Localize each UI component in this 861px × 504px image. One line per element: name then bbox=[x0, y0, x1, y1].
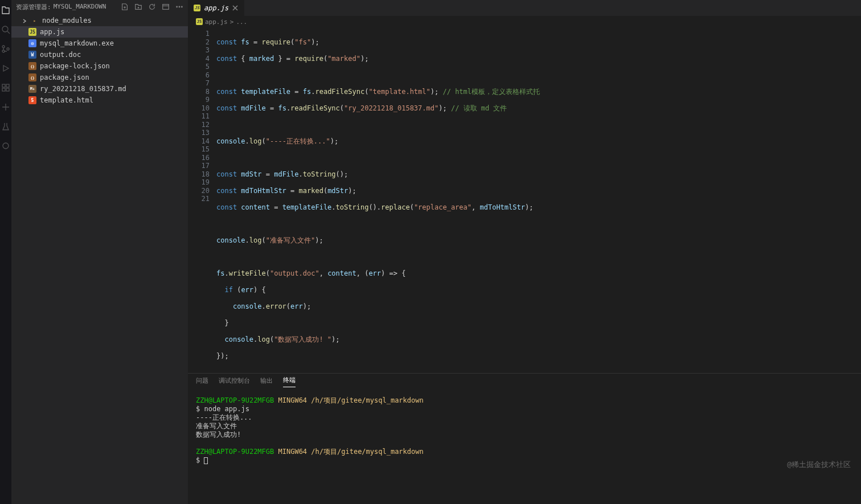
main: JS app.js JS app.js > ... 12345678910111… bbox=[188, 0, 861, 504]
source-control-icon[interactable] bbox=[1, 44, 10, 54]
misc-icon[interactable] bbox=[1, 141, 10, 150]
file-tree: ▸ node_modules JS app.js ⚙ mysql_markdow… bbox=[11, 14, 188, 504]
folder-icon: ▸ bbox=[31, 17, 39, 24]
file-label: app.js bbox=[40, 28, 64, 36]
file-label: node_modules bbox=[42, 17, 92, 24]
js-icon: JS bbox=[196, 18, 203, 25]
svg-rect-4 bbox=[2, 84, 5, 87]
new-folder-icon[interactable] bbox=[134, 3, 142, 11]
panel-tab-debug[interactable]: 调试控制台 bbox=[219, 376, 250, 387]
watermark: @稀土掘金技术社区 bbox=[787, 460, 851, 470]
file-label: package.json bbox=[40, 73, 89, 81]
file-label: template.html bbox=[40, 96, 93, 104]
file-package-lock-json[interactable]: {} package-lock.json bbox=[11, 60, 188, 72]
file-label: package-lock.json bbox=[40, 62, 110, 70]
new-file-icon[interactable] bbox=[121, 3, 129, 11]
svg-point-2 bbox=[2, 50, 5, 52]
sidebar: 资源管理器: MYSQL_MARKDOWN ▸ node_modules JS … bbox=[11, 0, 188, 504]
file-output-doc[interactable]: W output.doc bbox=[11, 49, 188, 60]
remote-icon[interactable] bbox=[1, 103, 10, 112]
terminal[interactable]: ZZH@LAPTOP-9U22MFGB MINGW64 /h/项目/gitee/… bbox=[188, 390, 861, 504]
breadcrumb-sep: > bbox=[230, 18, 234, 26]
svg-rect-5 bbox=[6, 84, 9, 87]
file-mysql-markdown-exe[interactable]: ⚙ mysql_markdown.exe bbox=[11, 38, 188, 49]
svg-rect-7 bbox=[6, 88, 9, 91]
svg-point-11 bbox=[179, 6, 180, 7]
svg-point-1 bbox=[2, 46, 5, 48]
test-icon[interactable] bbox=[1, 122, 10, 131]
activity-bar bbox=[0, 0, 11, 504]
json-icon: {} bbox=[28, 62, 36, 70]
md-icon: M↓ bbox=[28, 85, 36, 93]
breadcrumb-file: app.js bbox=[205, 18, 228, 26]
breadcrumb-rest: ... bbox=[236, 18, 247, 26]
breadcrumb[interactable]: JS app.js > ... bbox=[188, 16, 861, 27]
search-icon[interactable] bbox=[1, 25, 10, 34]
tabs: JS app.js bbox=[188, 0, 861, 16]
panel: 问题 调试控制台 输出 终端 ZZH@LAPTOP-9U22MFGB MINGW… bbox=[188, 373, 861, 504]
file-label: mysql_markdown.exe bbox=[40, 39, 114, 47]
refresh-icon[interactable] bbox=[148, 3, 156, 11]
collapse-icon[interactable] bbox=[162, 3, 170, 11]
editor[interactable]: 123456789101112131415161718192021 const … bbox=[188, 27, 861, 373]
panel-tab-output[interactable]: 输出 bbox=[260, 376, 273, 387]
file-label: ry_20221218_015837.md bbox=[40, 85, 126, 93]
svg-point-10 bbox=[177, 6, 178, 7]
file-app-js[interactable]: JS app.js bbox=[11, 26, 188, 38]
svg-point-8 bbox=[3, 143, 9, 149]
close-icon[interactable] bbox=[232, 5, 239, 11]
json-icon: {} bbox=[28, 73, 36, 81]
file-ry-md[interactable]: M↓ ry_20221218_015837.md bbox=[11, 83, 188, 95]
explorer-label: 资源管理器: bbox=[16, 3, 51, 11]
svg-point-12 bbox=[182, 6, 183, 7]
js-icon: JS bbox=[194, 5, 200, 11]
extensions-icon[interactable] bbox=[1, 83, 10, 92]
svg-rect-6 bbox=[2, 88, 5, 91]
gutter: 123456789101112131415161718192021 bbox=[188, 27, 216, 373]
file-package-json[interactable]: {} package.json bbox=[11, 72, 188, 83]
panel-tabs: 问题 调试控制台 输出 终端 bbox=[188, 374, 861, 390]
file-label: output.doc bbox=[40, 51, 81, 59]
debug-icon[interactable] bbox=[1, 64, 10, 73]
tab-app-js[interactable]: JS app.js bbox=[188, 0, 244, 16]
tab-label: app.js bbox=[204, 4, 228, 12]
chevron-right-icon bbox=[22, 18, 27, 23]
sidebar-header: 资源管理器: MYSQL_MARKDOWN bbox=[11, 0, 188, 14]
project-name: MYSQL_MARKDOWN bbox=[54, 3, 106, 11]
doc-icon: W bbox=[28, 51, 36, 59]
code[interactable]: const fs = require("fs"); const { marked… bbox=[216, 27, 861, 373]
panel-tab-terminal[interactable]: 终端 bbox=[283, 376, 296, 387]
file-node-modules[interactable]: ▸ node_modules bbox=[11, 15, 188, 26]
file-template-html[interactable]: 5 template.html bbox=[11, 95, 188, 106]
svg-rect-9 bbox=[163, 5, 169, 10]
exe-icon: ⚙ bbox=[28, 39, 36, 47]
explorer-icon[interactable] bbox=[1, 6, 10, 15]
svg-point-0 bbox=[2, 26, 8, 32]
svg-point-3 bbox=[7, 48, 9, 50]
panel-tab-problems[interactable]: 问题 bbox=[196, 376, 208, 387]
html-icon: 5 bbox=[28, 96, 36, 104]
js-icon: JS bbox=[28, 28, 36, 36]
more-icon[interactable] bbox=[175, 3, 183, 11]
cursor bbox=[204, 457, 208, 464]
